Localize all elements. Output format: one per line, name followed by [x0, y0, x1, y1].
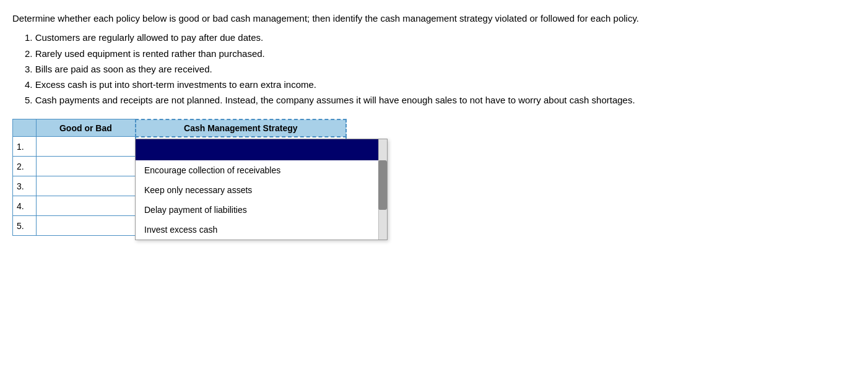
header-number: [13, 119, 37, 137]
row4-number: 4.: [13, 196, 37, 216]
policy-item-1: 1. Customers are regularly allowed to pa…: [25, 30, 856, 45]
row3-number: 3.: [13, 176, 37, 196]
row1-good-bad-input[interactable]: [37, 137, 136, 157]
row3-good-bad-input[interactable]: [37, 176, 136, 196]
policy-list: 1. Customers are regularly allowed to pa…: [25, 30, 856, 107]
intro-text: Determine whether each policy below is g…: [12, 11, 854, 25]
dropdown-selected-item[interactable]: [136, 139, 378, 160]
row5-good-bad-input[interactable]: [37, 216, 136, 236]
dropdown-option-3[interactable]: Delay payment of liabilities: [136, 200, 378, 220]
header-good-bad: Good or Bad: [37, 119, 136, 137]
row2-good-bad-input[interactable]: [37, 157, 136, 176]
row2-number: 2.: [13, 157, 37, 176]
row4-good-bad-input[interactable]: [37, 196, 136, 216]
scrollbar-track[interactable]: [378, 139, 387, 240]
instructions-block: Determine whether each policy below is g…: [12, 11, 856, 25]
strategy-dropdown-popup: Encourage collection of receivables Keep…: [135, 139, 388, 240]
dropdown-option-2[interactable]: Keep only necessary assets: [136, 180, 378, 200]
policy-item-5: 5. Cash payments and receipts are not pl…: [25, 93, 856, 107]
policy-item-2: 2. Rarely used equipment is rented rathe…: [25, 46, 856, 61]
popup-inner: Encourage collection of receivables Keep…: [136, 139, 387, 240]
scrollbar-thumb[interactable]: [378, 160, 387, 210]
table-header-row: Good or Bad Cash Management Strategy: [13, 119, 347, 137]
dropdown-option-4[interactable]: Invest excess cash: [136, 220, 378, 240]
policy-item-3: 3. Bills are paid as soon as they are re…: [25, 62, 856, 76]
header-strategy: Cash Management Strategy: [136, 119, 346, 137]
policy-item-4: 4. Excess cash is put into short-term in…: [25, 77, 856, 92]
dropdown-option-1[interactable]: Encourage collection of receivables: [136, 160, 378, 180]
row5-number: 5.: [13, 216, 37, 236]
table-area: Good or Bad Cash Management Strategy 1. …: [12, 119, 347, 236]
row1-number: 1.: [13, 137, 37, 157]
